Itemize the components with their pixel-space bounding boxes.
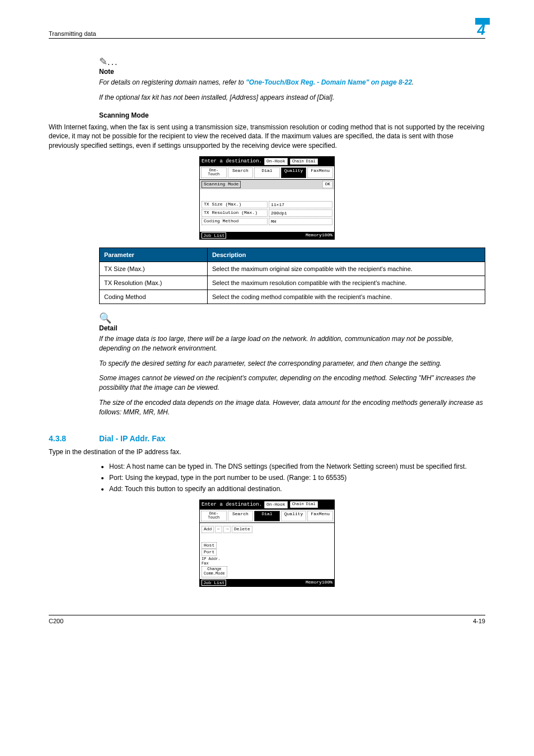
scanning-mode-label: Scanning Mode bbox=[202, 181, 241, 188]
tab-quality[interactable]: Quality bbox=[281, 167, 307, 178]
lcd-screenshot-ip-addr-fax: Enter a destination. On-Hook Chain Dial … bbox=[199, 500, 335, 587]
coding-method-value: MH bbox=[269, 218, 332, 225]
list-item: Port: Using the keypad, type in the port… bbox=[109, 473, 485, 483]
th-description: Description bbox=[207, 248, 485, 262]
tab-dial[interactable]: Dial bbox=[254, 167, 280, 178]
pen-icon: ✎ bbox=[99, 56, 107, 67]
tab-faxmenu[interactable]: FaxMenu bbox=[307, 511, 333, 521]
onhook-button[interactable]: On-Hook bbox=[264, 501, 288, 508]
lcd-header-text: Enter a destination. bbox=[202, 502, 262, 507]
table-row: TX Resolution (Max.)Select the maximum r… bbox=[100, 276, 485, 290]
note-label: Note bbox=[99, 68, 485, 76]
note-paragraph-2: If the optional fax kit has not been ins… bbox=[99, 93, 485, 102]
tab-faxmenu[interactable]: FaxMenu bbox=[307, 167, 333, 178]
parameter-table: Parameter Description TX Size (Max.)Sele… bbox=[99, 248, 485, 304]
scanning-mode-paragraph: With Internet faxing, when the fax is se… bbox=[49, 123, 485, 151]
ellipsis-icon: ... bbox=[107, 57, 118, 67]
tab-dial[interactable]: Dial bbox=[254, 511, 280, 521]
tx-size-button[interactable]: TX Size (Max.) bbox=[202, 201, 268, 208]
cell-param: TX Resolution (Max.) bbox=[100, 276, 208, 290]
scanning-mode-heading: Scanning Mode bbox=[99, 111, 485, 119]
tab-search[interactable]: Search bbox=[228, 167, 254, 178]
note-paragraph-1: For details on registering domain names,… bbox=[99, 78, 485, 87]
table-header-row: Parameter Description bbox=[100, 248, 485, 262]
tx-size-value: 11×17 bbox=[269, 201, 332, 208]
detail-p2: To specify the desired setting for each … bbox=[99, 359, 485, 368]
lcd-header-text: Enter a destination. bbox=[202, 158, 262, 164]
arrow-left-button[interactable]: ← bbox=[215, 526, 222, 533]
tx-resolution-value: 200dpi bbox=[269, 209, 332, 217]
tab-one-touch[interactable]: One- Touch bbox=[201, 511, 227, 521]
footer-page-number: 4-19 bbox=[473, 618, 485, 624]
detail-p3: Some images cannot be viewed on the reci… bbox=[99, 374, 485, 393]
note-link[interactable]: "One-Touch/Box Reg. - Domain Name" on pa… bbox=[246, 78, 412, 86]
tab-quality[interactable]: Quality bbox=[281, 511, 307, 521]
ip-addr-fax-label: IP Addr. Fax bbox=[202, 556, 221, 566]
cell-param: Coding Method bbox=[100, 290, 208, 304]
detail-p4: The size of the encoded data depends on … bbox=[99, 398, 485, 417]
page-header: Transmitting data 4 bbox=[49, 22, 485, 39]
bullet-list: Host: A host name can be typed in. The D… bbox=[99, 462, 485, 493]
list-item: Add: Touch this button to specify an add… bbox=[109, 484, 485, 494]
tx-resolution-button[interactable]: TX Resolution (Max.) bbox=[202, 209, 268, 217]
onhook-button[interactable]: On-Hook bbox=[264, 158, 288, 165]
coding-method-button[interactable]: Coding Method bbox=[202, 218, 268, 225]
section-intro: Type in the destination of the IP addres… bbox=[49, 447, 485, 457]
cell-param: TX Size (Max.) bbox=[100, 262, 208, 276]
job-list-button[interactable]: Job List bbox=[202, 232, 226, 239]
lcd-screenshot-scanning-mode: Enter a destination. On-Hook Chain Dial … bbox=[199, 156, 335, 240]
table-row: TX Size (Max.)Select the maximum origina… bbox=[100, 262, 485, 276]
tab-one-touch[interactable]: One- Touch bbox=[201, 167, 227, 178]
job-list-button[interactable]: Job List bbox=[202, 580, 226, 586]
magnifier-icon: 🔍 bbox=[99, 312, 485, 324]
change-comm-mode-button[interactable]: Change Comm.Mode bbox=[202, 566, 227, 577]
chain-dial-button[interactable]: Chain Dial bbox=[290, 158, 318, 165]
host-button[interactable]: Host bbox=[202, 542, 217, 549]
delete-button[interactable]: Delete bbox=[232, 526, 252, 533]
page-footer: C200 4-19 bbox=[49, 615, 485, 624]
memory-indicator: Memory100% bbox=[306, 580, 332, 586]
list-item: Host: A host name can be typed in. The D… bbox=[109, 462, 485, 472]
cell-desc: Select the coding method compatible with… bbox=[207, 290, 485, 304]
detail-label: Detail bbox=[99, 324, 485, 332]
section-number: 4.3.8 bbox=[49, 434, 99, 443]
section-4-3-8-heading: 4.3.8 Dial - IP Addr. Fax bbox=[49, 434, 485, 443]
ok-button[interactable]: OK bbox=[322, 181, 332, 188]
memory-indicator: Memory100% bbox=[306, 232, 332, 239]
port-button[interactable]: Port bbox=[202, 549, 217, 556]
header-section-title: Transmitting data bbox=[49, 30, 96, 37]
footer-model: C200 bbox=[49, 618, 63, 624]
detail-p1: If the image data is too large, there wi… bbox=[99, 334, 485, 353]
note-header: ✎... bbox=[99, 55, 485, 68]
th-parameter: Parameter bbox=[100, 248, 208, 262]
cell-desc: Select the maximum original size compati… bbox=[207, 262, 485, 276]
corner-decor bbox=[475, 18, 490, 25]
add-button[interactable]: Add bbox=[202, 526, 214, 533]
chain-dial-button[interactable]: Chain Dial bbox=[290, 501, 318, 508]
table-row: Coding MethodSelect the coding method co… bbox=[100, 290, 485, 304]
cell-desc: Select the maximum resolution compatible… bbox=[207, 276, 485, 290]
arrow-right-button[interactable]: → bbox=[223, 526, 231, 533]
note-text-1b: . bbox=[412, 78, 414, 86]
section-title: Dial - IP Addr. Fax bbox=[99, 434, 165, 443]
tab-search[interactable]: Search bbox=[228, 511, 254, 521]
note-text-1a: For details on registering domain names,… bbox=[99, 78, 246, 86]
